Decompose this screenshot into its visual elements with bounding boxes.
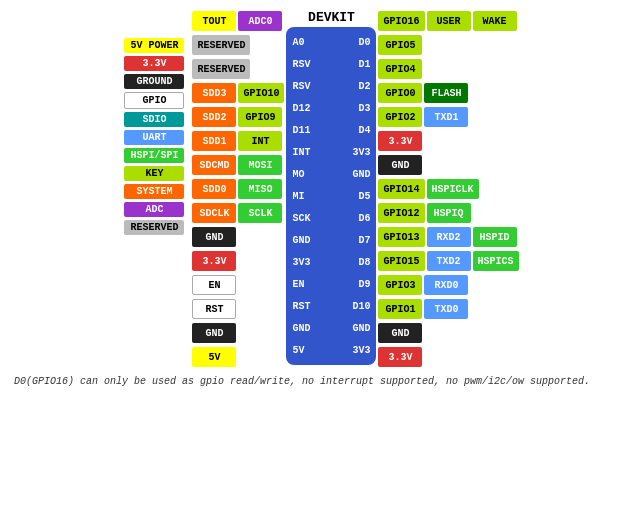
note: D0(GPIO16) can only be used as gpio read… — [10, 376, 633, 387]
chip-right-label: D4 — [358, 125, 370, 136]
pin-mosi: MOSI — [238, 155, 282, 175]
chip-right-label: D5 — [358, 191, 370, 202]
pin-hspiq: HSPIQ — [427, 203, 471, 223]
pin-user: USER — [427, 11, 471, 31]
chip-left-label: RSV — [292, 81, 310, 92]
legend-item-3v3: 3.3V — [124, 56, 184, 71]
chip-row: END9 — [286, 273, 376, 295]
pin-gpio5: GPIO5 — [378, 35, 422, 55]
chip-right-label: 3V3 — [352, 147, 370, 158]
left-pins: TOUTADC0RESERVEDRESERVEDSDD3GPIO10SDD2GP… — [192, 10, 284, 368]
legend-item-system: SYSTEM — [124, 184, 184, 199]
legend-item-adc: ADC — [124, 202, 184, 217]
chip-left-label: EN — [292, 279, 304, 290]
pin-adc0: ADC0 — [238, 11, 282, 31]
legend-item-reserved: RESERVED — [124, 220, 184, 235]
legend-item-uart: UART — [124, 130, 184, 145]
pin-hspiclk: HSPICLK — [427, 179, 479, 199]
pin-reserved: RESERVED — [192, 35, 250, 55]
chip-left-label: D11 — [292, 125, 310, 136]
chip-row: INT3V3 — [286, 141, 376, 163]
left-pin-row: SDCMDMOSI — [192, 154, 284, 176]
pin-5v: 5V — [192, 347, 236, 367]
legend-item-gpio: GPIO — [124, 92, 184, 109]
pin-sdd1: SDD1 — [192, 131, 236, 151]
right-pin-row: GPIO5 — [378, 34, 518, 56]
chip-right-label: D10 — [352, 301, 370, 312]
chip-right-label: GND — [352, 323, 370, 334]
pin-gpio9: GPIO9 — [238, 107, 282, 127]
pin-tout: TOUT — [192, 11, 236, 31]
left-pin-row: 3.3V — [192, 250, 284, 272]
pin-sdd0: SDD0 — [192, 179, 236, 199]
chip-row: GNDD7 — [286, 229, 376, 251]
chip: A0D0RSVD1RSVD2D12D3D11D4INT3V3MOGNDMID5S… — [286, 27, 376, 365]
chip-left-label: RSV — [292, 59, 310, 70]
pin-gpio13: GPIO13 — [378, 227, 424, 247]
pin-gpio14: GPIO14 — [378, 179, 424, 199]
pin-wake: WAKE — [473, 11, 517, 31]
pin-rxd2: RXD2 — [427, 227, 471, 247]
left-pin-row: RESERVED — [192, 58, 284, 80]
chip-right-label: D1 — [358, 59, 370, 70]
pin-sdclk: SDCLK — [192, 203, 236, 223]
pin-gpio10: GPIO10 — [238, 83, 284, 103]
pin-sdd3: SDD3 — [192, 83, 236, 103]
chip-row: 5V3V3 — [286, 339, 376, 361]
right-pin-row: GPIO13RXD2HSPID — [378, 226, 518, 248]
legend-item-ground: GROUND — [124, 74, 184, 89]
legend-item-sdio: SDIO — [124, 112, 184, 127]
chip-row: MOGND — [286, 163, 376, 185]
chip-left-label: INT — [292, 147, 310, 158]
left-pin-row: RST — [192, 298, 284, 320]
pin-en: EN — [192, 275, 236, 295]
right-pins: GPIO16USERWAKEGPIO5GPIO4GPIO0FLASHGPIO2T… — [378, 10, 518, 368]
chip-row: RSTD10 — [286, 295, 376, 317]
chip-row: MID5 — [286, 185, 376, 207]
left-pin-row: SDD3GPIO10 — [192, 82, 284, 104]
legend-item-key: KEY — [124, 166, 184, 181]
chip-left-label: GND — [292, 323, 310, 334]
pin-int: INT — [238, 131, 282, 151]
right-pin-row: GPIO16USERWAKE — [378, 10, 518, 32]
left-pin-row: GND — [192, 322, 284, 344]
pin-3.3v: 3.3V — [378, 347, 422, 367]
left-pin-row: 5V — [192, 346, 284, 368]
chip-left-label: MI — [292, 191, 304, 202]
pin-txd1: TXD1 — [424, 107, 468, 127]
pin-gnd: GND — [378, 323, 422, 343]
chip-left-label: GND — [292, 235, 310, 246]
chip-right-label: D7 — [358, 235, 370, 246]
pin-gpio16: GPIO16 — [378, 11, 424, 31]
legend-item-5v-power: 5V POWER — [124, 38, 184, 53]
left-pin-row: RESERVED — [192, 34, 284, 56]
right-pin-row: 3.3V — [378, 346, 518, 368]
pin-txd2: TXD2 — [427, 251, 471, 271]
pin-gpio12: GPIO12 — [378, 203, 424, 223]
pin-gpio2: GPIO2 — [378, 107, 422, 127]
diagram: 5V POWER3.3VGROUNDGPIOSDIOUARTHSPI/SPIKE… — [10, 10, 633, 368]
pin-3.3v: 3.3V — [192, 251, 236, 271]
left-pin-row: EN — [192, 274, 284, 296]
chip-row: RSVD1 — [286, 53, 376, 75]
pin-gnd: GND — [192, 323, 236, 343]
left-pin-row: GND — [192, 226, 284, 248]
chip-right-label: D9 — [358, 279, 370, 290]
legend: 5V POWER3.3VGROUNDGPIOSDIOUARTHSPI/SPIKE… — [124, 38, 184, 235]
main-container: 5V POWER3.3VGROUNDGPIOSDIOUARTHSPI/SPIKE… — [0, 0, 643, 397]
chip-row: SCKD6 — [286, 207, 376, 229]
right-pin-row: GPIO14HSPICLK — [378, 178, 518, 200]
pin-gnd: GND — [192, 227, 236, 247]
right-pin-row: GPIO4 — [378, 58, 518, 80]
chip-row: 3V3D8 — [286, 251, 376, 273]
right-pin-row: GPIO3RXD0 — [378, 274, 518, 296]
chip-left-label: 5V — [292, 345, 304, 356]
left-pin-row: SDD0MISO — [192, 178, 284, 200]
left-pin-row: SDD2GPIO9 — [192, 106, 284, 128]
chip-row: A0D0 — [286, 31, 376, 53]
pin-gpio1: GPIO1 — [378, 299, 422, 319]
pin-sdcmd: SDCMD — [192, 155, 236, 175]
pin-reserved: RESERVED — [192, 59, 250, 79]
chip-left-label: A0 — [292, 37, 304, 48]
right-pin-row: GPIO15TXD2HSPICS — [378, 250, 518, 272]
